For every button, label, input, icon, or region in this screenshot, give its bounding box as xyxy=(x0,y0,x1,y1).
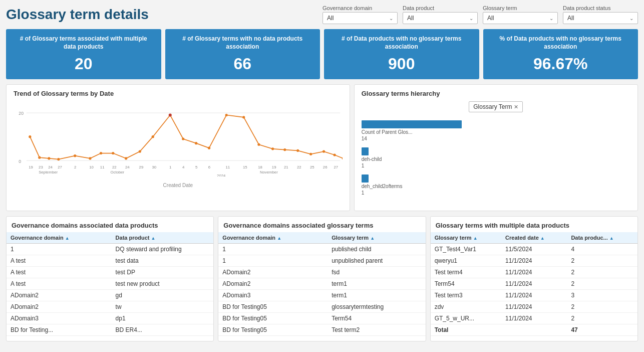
gov-glossary-terms-row-3: ADomain2term1 xyxy=(218,278,425,290)
svg-text:September: September xyxy=(39,170,58,174)
glossary-multiple-row-0: GT_Test4_Var111/5/20244 xyxy=(431,244,637,255)
gov-data-products-row-4: ADomain2gd xyxy=(7,290,213,301)
glossary-multiple-cell-4-0: Test term3 xyxy=(431,290,501,301)
filters-row: Governance domain All ⌄ Data product All… xyxy=(323,5,638,24)
gov-glossary-terms-cell-2-0: ADomain2 xyxy=(218,267,328,278)
glossary-multiple-cell-6-2: 2 xyxy=(567,313,637,324)
gov-data-products-col-0[interactable]: Governance domain ▲ xyxy=(7,232,112,244)
sort-icon-0: ▲ xyxy=(65,236,70,241)
kpi-value-2: 900 xyxy=(332,55,471,73)
glossary-multiple-cell-3-1: 11/1/2024 xyxy=(501,278,567,290)
gov-glossary-terms-table-wrap: Governance domain ▲Glossary term ▲ 1publ… xyxy=(218,232,425,336)
svg-text:27: 27 xyxy=(58,165,62,169)
gov-glossary-terms-cell-4-0: ADomain3 xyxy=(218,290,328,301)
gov-glossary-terms-cell-3-1: term1 xyxy=(328,278,426,290)
trend-chart-panel: Trend of Glossary terms by Date 20 0 19 … xyxy=(6,84,350,211)
svg-text:21: 21 xyxy=(284,165,288,169)
filter-label-1: Data product xyxy=(403,5,478,11)
svg-point-47 xyxy=(225,114,228,116)
gov-glossary-terms-cell-0-1: published child xyxy=(328,244,426,255)
gov-glossary-terms-row-0: 1published child xyxy=(218,244,425,255)
gov-data-products-cell-0-0: 1 xyxy=(7,244,112,255)
gov-glossary-terms-panel: Governance domains associated glossary t… xyxy=(218,216,426,341)
gov-data-products-cell-4-0: ADomain2 xyxy=(7,290,112,301)
gov-glossary-terms-col-1[interactable]: Glossary term ▲ xyxy=(328,232,426,244)
glossary-multiple-row-4: Test term311/1/20243 xyxy=(431,290,637,301)
gov-data-products-col-1[interactable]: Data product ▲ xyxy=(112,232,214,244)
glossary-multiple-cell-6-1: 11/1/2024 xyxy=(501,313,567,324)
hierarchy-bars: Count of Parent Glos... 14 deh-child 1 d… xyxy=(362,116,630,206)
hierarchy-bar-value-2: 1 xyxy=(362,190,403,196)
filter-select-3[interactable]: All ⌄ xyxy=(563,12,638,24)
svg-point-34 xyxy=(48,157,50,159)
chevron-down-icon-2: ⌄ xyxy=(549,16,553,21)
svg-text:15: 15 xyxy=(243,165,247,169)
filter-value-2: All xyxy=(487,15,494,22)
glossary-multiple-total-row: Total47 xyxy=(431,324,637,336)
gov-data-products-row-3: A testtest new product xyxy=(7,278,213,290)
sort-icon-0: ▲ xyxy=(473,236,478,241)
svg-text:19: 19 xyxy=(29,165,33,169)
svg-text:10: 10 xyxy=(89,165,94,169)
glossary-multiple-col-1[interactable]: Created date ▲ xyxy=(501,232,567,244)
kpi-title-2: # of Data products with no glossary term… xyxy=(332,35,471,51)
hierarchy-filter-label: Glossary Term xyxy=(473,103,512,110)
chevron-down-icon-3: ⌄ xyxy=(629,16,633,21)
glossary-multiple-cell-1-2: 2 xyxy=(567,255,637,267)
svg-point-36 xyxy=(74,154,76,157)
middle-row: Trend of Glossary terms by Date 20 0 19 … xyxy=(6,84,638,211)
gov-glossary-terms-row-1: 1unpublished parent xyxy=(218,255,425,267)
hierarchy-bar-1 xyxy=(362,147,369,155)
sort-icon-1: ▲ xyxy=(370,236,375,241)
glossary-multiple-cell-1-1: 11/1/2024 xyxy=(501,255,567,267)
kpi-card-2: # of Data products with no glossary term… xyxy=(324,29,479,79)
svg-point-49 xyxy=(257,143,260,146)
svg-point-39 xyxy=(112,152,114,154)
glossary-multiple-cell-4-1: 11/1/2024 xyxy=(501,290,567,301)
glossary-multiple-row-6: GT_5_w_UR...11/1/20242 xyxy=(431,313,637,324)
chevron-down-icon-1: ⌄ xyxy=(469,16,473,21)
glossary-multiple-col-2[interactable]: Data produc... ▲ xyxy=(567,232,637,244)
hierarchy-bar-label-1: deh-child xyxy=(362,156,382,162)
glossary-multiple-tfoot: Total47 xyxy=(431,324,637,336)
svg-text:18: 18 xyxy=(258,165,262,169)
gov-data-products-cell-1-0: A test xyxy=(7,255,112,267)
svg-point-51 xyxy=(283,148,286,151)
gov-glossary-terms-col-0[interactable]: Governance domain ▲ xyxy=(218,232,328,244)
gov-glossary-terms-header-row: Governance domain ▲Glossary term ▲ xyxy=(218,232,425,244)
glossary-multiple-cell-3-2: 2 xyxy=(567,278,637,290)
glossary-multiple-table-wrap: Glossary term ▲Created date ▲Data produc… xyxy=(431,232,637,336)
svg-point-38 xyxy=(100,152,102,154)
gov-data-products-row-7: BD for Testing...BD ER4... xyxy=(7,324,213,336)
gov-data-products-cell-5-1: tw xyxy=(112,301,214,313)
gov-glossary-terms-cell-6-0: BD for Testing05 xyxy=(218,313,328,324)
glossary-multiple-col-0[interactable]: Glossary term ▲ xyxy=(431,232,501,244)
filter-label-3: Data product status xyxy=(563,5,638,11)
glossary-multiple-cell-2-0: Test term4 xyxy=(431,267,501,278)
svg-point-45 xyxy=(195,142,197,144)
filter-select-2[interactable]: All ⌄ xyxy=(483,12,558,24)
svg-text:25: 25 xyxy=(310,165,314,169)
gov-data-products-panel: Governance domains associated data produ… xyxy=(6,216,214,341)
filter-select-0[interactable]: All ⌄ xyxy=(323,12,398,24)
filter-value-3: All xyxy=(567,15,574,22)
glossary-multiple-cell-2-2: 2 xyxy=(567,267,637,278)
filter-select-1[interactable]: All ⌄ xyxy=(403,12,478,24)
gov-glossary-terms-cell-1-1: unpublished parent xyxy=(328,255,426,267)
hierarchy-bar-2 xyxy=(362,174,369,183)
svg-text:2: 2 xyxy=(74,165,76,169)
glossary-multiple-header-row: Glossary term ▲Created date ▲Data produc… xyxy=(431,232,637,244)
gov-data-products-header-row: Governance domain ▲Data product ▲ xyxy=(7,232,213,244)
glossary-multiple-total-date xyxy=(501,324,567,336)
svg-text:27: 27 xyxy=(334,165,338,169)
gov-glossary-terms-cell-0-0: 1 xyxy=(218,244,328,255)
filter-group-1: Data product All ⌄ xyxy=(403,5,478,24)
gov-data-products-table: Governance domain ▲Data product ▲ 1DQ st… xyxy=(7,232,213,336)
svg-text:29: 29 xyxy=(139,165,144,169)
svg-point-42 xyxy=(152,135,154,138)
gov-glossary-terms-table: Governance domain ▲Glossary term ▲ 1publ… xyxy=(218,232,425,336)
hierarchy-filter-close[interactable]: ✕ xyxy=(514,104,518,110)
glossary-multiple-row-5: zdv11/1/20242 xyxy=(431,301,637,313)
hierarchy-filter[interactable]: Glossary Term ✕ xyxy=(469,101,523,112)
gov-data-products-cell-7-0: BD for Testing... xyxy=(7,324,112,336)
